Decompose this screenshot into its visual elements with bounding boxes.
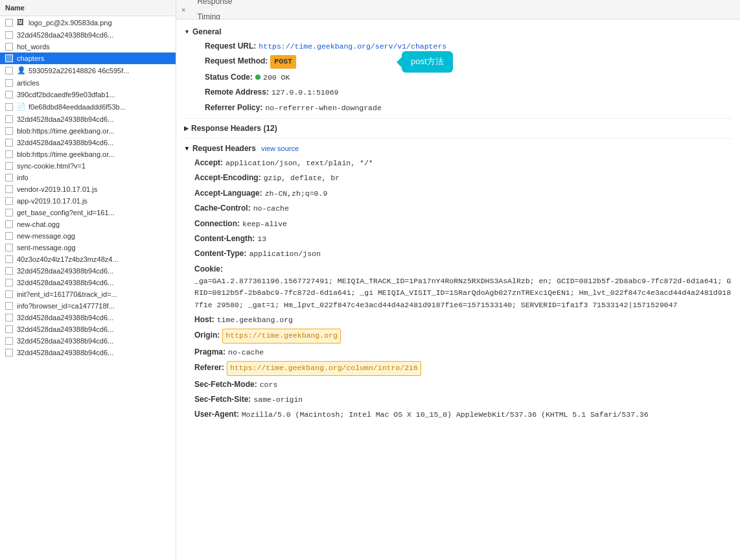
header-field-label: Content-Type: bbox=[194, 248, 246, 260]
file-item[interactable]: 📄f0e68dbd84eeddaaddd6f53b... bbox=[0, 100, 176, 113]
file-item[interactable]: 32dd4528daa249388b94cd6... bbox=[0, 323, 176, 335]
file-item[interactable]: 32dd4528daa249388b94cd6... bbox=[0, 265, 176, 277]
file-checkbox[interactable] bbox=[5, 337, 13, 345]
right-panel: × HeadersPreviewResponseTimingCookiesIni… bbox=[176, 0, 740, 560]
file-checkbox[interactable] bbox=[5, 185, 13, 193]
view-source-link[interactable]: view source bbox=[261, 145, 299, 152]
header-field-row: Accept:application/json, text/plain, */* bbox=[184, 156, 732, 170]
header-field-label: Accept-Language: bbox=[194, 187, 262, 200]
header-field-value: cors bbox=[260, 379, 278, 391]
file-name: get_base_config?ent_id=161... bbox=[17, 209, 115, 216]
file-item[interactable]: sync-cookie.html?v=1 bbox=[0, 160, 176, 172]
file-checkbox[interactable] bbox=[5, 19, 13, 27]
file-checkbox[interactable] bbox=[5, 31, 13, 39]
file-item[interactable]: 32dd4528daa249388b94cd6... bbox=[0, 335, 176, 347]
file-item[interactable]: 🖼logo_pc@2x.90583da.png bbox=[0, 16, 176, 29]
file-item[interactable]: get_base_config?ent_id=161... bbox=[0, 207, 176, 218]
header-field-value: _ga=GA1.2.877361196.1567727491; MEIQIA_T… bbox=[194, 275, 732, 311]
file-item[interactable]: articles bbox=[0, 77, 176, 89]
file-item[interactable]: 32dd4528daa249388b94cd6... bbox=[0, 312, 176, 323]
header-field-label: Cookie: bbox=[194, 263, 223, 275]
file-item[interactable]: blob:https://time.geekbang.or... bbox=[0, 148, 176, 160]
file-item[interactable]: 32dd4528daa249388b94cd6... bbox=[0, 347, 176, 358]
tabs-bar: × HeadersPreviewResponseTimingCookiesIni… bbox=[176, 0, 740, 19]
header-field-row: Pragma:no-cache bbox=[184, 345, 732, 360]
file-item[interactable]: 390cdf2bdcaedfe99e03dfab1... bbox=[0, 89, 176, 100]
file-item[interactable]: info bbox=[0, 172, 176, 183]
header-field-value: application/json, text/plain, */* bbox=[225, 158, 373, 169]
file-name: init?ent_id=161770&track_id=... bbox=[17, 290, 117, 298]
file-checkbox[interactable] bbox=[5, 349, 13, 356]
file-item[interactable]: 32dd4528daa249388b94cd6... bbox=[0, 29, 176, 41]
file-checkbox[interactable] bbox=[5, 127, 13, 135]
file-checkbox[interactable] bbox=[5, 325, 13, 333]
file-checkbox[interactable] bbox=[5, 115, 13, 123]
file-checkbox[interactable] bbox=[5, 290, 13, 298]
file-checkbox[interactable] bbox=[5, 279, 13, 286]
file-name: sent-message.ogg bbox=[17, 244, 76, 251]
file-item[interactable]: info?browser_id=ca1477718f... bbox=[0, 300, 176, 312]
file-item[interactable]: blob:https://time.geekbang.or... bbox=[0, 125, 176, 137]
file-checkbox[interactable] bbox=[5, 255, 13, 263]
file-checkbox[interactable] bbox=[5, 54, 13, 62]
tab-close-button[interactable]: × bbox=[179, 6, 188, 14]
header-field-row: Content-Type:application/json bbox=[184, 246, 732, 261]
user-icon: 👤 bbox=[17, 66, 26, 75]
request-headers-title: Request Headers bbox=[192, 144, 256, 153]
file-item[interactable]: hot_words bbox=[0, 41, 176, 52]
file-item[interactable]: chapters bbox=[0, 52, 176, 64]
file-item[interactable]: app-v2019.10.17.01.js bbox=[0, 195, 176, 207]
file-checkbox[interactable] bbox=[5, 244, 13, 251]
file-item[interactable]: 40z3oz40z4lz17z4bz3mz48z4... bbox=[0, 253, 176, 265]
file-checkbox[interactable] bbox=[5, 209, 13, 216]
file-item[interactable]: sent-message.ogg bbox=[0, 242, 176, 253]
file-name: info bbox=[17, 174, 29, 181]
file-checkbox[interactable] bbox=[5, 162, 13, 170]
file-checkbox[interactable] bbox=[5, 220, 13, 228]
file-item[interactable]: new-chat.ogg bbox=[0, 218, 176, 230]
file-checkbox[interactable] bbox=[5, 103, 13, 111]
header-field-label: Sec-Fetch-Mode: bbox=[194, 379, 257, 391]
file-checkbox[interactable] bbox=[5, 174, 13, 181]
file-checkbox[interactable] bbox=[5, 314, 13, 321]
file-checkbox[interactable] bbox=[5, 67, 13, 75]
file-checkbox[interactable] bbox=[5, 79, 13, 87]
header-field-value: Mozilla/5.0 (Macintosh; Intel Mac OS X 1… bbox=[242, 409, 649, 421]
status-code-value: 200 OK bbox=[263, 72, 290, 84]
status-code-row: Status Code: 200 OK bbox=[194, 70, 732, 85]
file-checkbox[interactable] bbox=[5, 232, 13, 240]
file-name: hot_words bbox=[17, 43, 50, 51]
referrer-policy-value: no-referrer-when-downgrade bbox=[265, 102, 381, 114]
file-checkbox[interactable] bbox=[5, 197, 13, 205]
file-item[interactable]: new-message.ogg bbox=[0, 230, 176, 242]
header-field-row: Origin:https://time.geekbang.orgOrigin不包… bbox=[184, 327, 732, 344]
tab-response[interactable]: Response bbox=[189, 0, 240, 10]
file-name: 32dd4528daa249388b94cd6... bbox=[17, 115, 113, 123]
referrer-policy-row: Referrer Policy: no-referrer-when-downgr… bbox=[194, 100, 732, 115]
response-headers-header[interactable]: Response Headers (12) bbox=[184, 124, 732, 133]
file-item[interactable]: 32dd4528daa249388b94cd6... bbox=[0, 113, 176, 125]
file-name: logo_pc@2x.90583da.png bbox=[29, 19, 112, 27]
file-item[interactable]: init?ent_id=161770&track_id=... bbox=[0, 288, 176, 300]
header-field-value: application/json bbox=[249, 248, 320, 260]
general-section-body: Request URL: https://time.geekbang.org/s… bbox=[184, 39, 732, 115]
file-checkbox[interactable] bbox=[5, 267, 13, 275]
header-field-row: Cache-Control:no-cache bbox=[184, 201, 732, 216]
file-checkbox[interactable] bbox=[5, 43, 13, 51]
file-item[interactable]: 👤5930592a226148826 46c595f... bbox=[0, 64, 176, 77]
file-name: app-v2019.10.17.01.js bbox=[17, 197, 87, 205]
file-item[interactable]: 32dd4528daa249388b94cd6... bbox=[0, 137, 176, 148]
file-checkbox[interactable] bbox=[5, 91, 13, 99]
file-checkbox[interactable] bbox=[5, 139, 13, 146]
file-name: 32dd4528daa249388b94cd6... bbox=[17, 349, 113, 356]
header-field-label: Connection: bbox=[194, 218, 240, 230]
file-item[interactable]: vendor-v2019.10.17.01.js bbox=[0, 183, 176, 195]
file-checkbox[interactable] bbox=[5, 150, 13, 158]
file-item[interactable]: 32dd4528daa249388b94cd6... bbox=[0, 277, 176, 288]
header-field-value: no-cache bbox=[228, 347, 264, 358]
file-icon: 📄 bbox=[17, 102, 26, 111]
file-checkbox[interactable] bbox=[5, 302, 13, 310]
header-field-label: Cache-Control: bbox=[194, 202, 251, 215]
general-section-header[interactable]: General bbox=[184, 25, 732, 39]
header-field-label: Accept-Encoding: bbox=[194, 172, 261, 184]
